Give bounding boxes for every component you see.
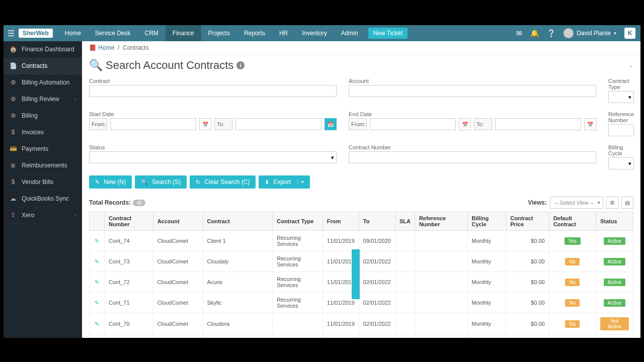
export-button[interactable]: ⬇Export — [259, 175, 310, 189]
nav-home[interactable]: Home — [58, 25, 88, 41]
contract-input[interactable] — [89, 85, 337, 97]
calendar-icon[interactable]: 📅 — [199, 118, 211, 130]
edit-icon[interactable]: ✎ — [90, 272, 105, 293]
sidebar-item-vendor-bills[interactable]: $Vendor Bills — [4, 174, 82, 191]
column-header[interactable]: Status — [596, 212, 633, 231]
menu-toggle[interactable]: ☰ — [4, 29, 19, 38]
sidebar-label: Billing — [22, 112, 38, 119]
column-header[interactable]: Reference Number — [415, 212, 467, 231]
cell-price: $0.00 — [506, 293, 549, 313]
sidebar-label: Vendor Bills — [22, 178, 53, 186]
nav-reports[interactable]: Reports — [237, 25, 272, 41]
nav-projects[interactable]: Projects — [201, 25, 237, 41]
sidebar-item-invoices[interactable]: $Invoices — [4, 124, 82, 141]
collapse-icon[interactable]: ⌄ — [628, 62, 633, 69]
cell-account: CloudComet — [153, 251, 203, 272]
column-header[interactable]: Contract Price — [506, 212, 549, 231]
cell-sla — [395, 272, 415, 293]
contract-type-select[interactable]: ▾ — [608, 91, 634, 103]
refresh-icon: ↻ — [196, 179, 200, 186]
nav-hr[interactable]: HR — [272, 25, 295, 41]
cell-ref — [415, 251, 467, 272]
nav-finance[interactable]: Finance — [166, 25, 201, 41]
calendar-icon[interactable]: 📅 — [325, 118, 337, 130]
new-button[interactable]: ✎New (N) — [89, 175, 132, 189]
edit-icon[interactable]: ✎ — [90, 293, 105, 313]
view-select[interactable]: -- Select View -- — [550, 197, 603, 209]
cell-default: Yes — [549, 231, 596, 251]
columns-icon[interactable]: ▤ — [621, 197, 633, 209]
cell-cycle: Monthly — [467, 313, 506, 335]
cell-number: Cont_71 — [105, 293, 153, 313]
column-header[interactable]: Billing Cycle — [467, 212, 506, 231]
info-icon[interactable]: i — [236, 61, 245, 69]
sidebar-label: Finance Dashboard — [22, 46, 74, 53]
sidebar-item-payments[interactable]: 💳Payments — [4, 141, 82, 157]
bell-icon[interactable]: 🔔 — [530, 29, 539, 37]
cell-number: Cont_73 — [105, 251, 153, 272]
column-header[interactable]: Default Contract — [549, 212, 596, 231]
sidebar-item-billing[interactable]: ⚙Billing — [4, 108, 82, 124]
column-header[interactable]: Account — [153, 212, 203, 231]
column-header[interactable]: Contract — [203, 212, 273, 231]
calendar-icon[interactable]: 📅 — [584, 118, 596, 130]
clear-button[interactable]: ↻Clear Search (C) — [190, 175, 256, 189]
column-header[interactable]: From — [323, 212, 359, 231]
new-ticket-button[interactable]: New Ticket — [368, 28, 408, 39]
k-button[interactable]: K — [624, 28, 635, 39]
column-header[interactable]: Contract Number — [105, 212, 153, 231]
cell-price: $0.00 — [506, 272, 549, 293]
search-icon: 🔍 — [89, 59, 103, 72]
main-content: 📕 Home / Contracts 🔍 Search Account Cont… — [82, 41, 640, 338]
nav-inventory[interactable]: Inventory — [295, 25, 334, 41]
reference-input[interactable] — [608, 124, 634, 136]
nav-service-desk[interactable]: Service Desk — [88, 25, 138, 41]
help-icon[interactable]: ❔ — [547, 29, 555, 37]
cell-type: Recurring Services — [273, 335, 323, 338]
column-header[interactable]: To — [359, 212, 395, 231]
account-input[interactable] — [349, 85, 596, 97]
edit-icon[interactable]: ✎ — [90, 251, 105, 272]
logo[interactable]: SherWeb — [19, 29, 53, 38]
sidebar: 🏠Finance Dashboard📄Contracts⚙Billing Aut… — [4, 41, 82, 338]
search-button[interactable]: 🔍Search (S) — [135, 175, 187, 189]
cell-status: Not Active — [596, 313, 633, 335]
column-header[interactable]: SLA — [395, 212, 415, 231]
sidebar-item-finance-dashboard[interactable]: 🏠Finance Dashboard — [4, 41, 82, 58]
edit-icon[interactable]: ✎ — [90, 313, 105, 335]
cell-account: CloudComet — [153, 313, 203, 335]
contract-number-input[interactable] — [349, 151, 596, 163]
cell-number: Cont_72 — [105, 272, 153, 293]
start-from-input[interactable] — [110, 118, 196, 130]
cell-sla — [395, 231, 415, 251]
edit-icon[interactable]: ✎ — [90, 231, 105, 251]
cell-to: 09/01/2020 — [359, 231, 395, 251]
sidebar-icon: ⇪ — [10, 212, 17, 219]
start-to-input[interactable] — [235, 118, 321, 130]
end-to-input[interactable] — [495, 118, 581, 130]
cell-to: 11/01/2022 — [359, 335, 395, 338]
breadcrumb-home[interactable]: Home — [98, 44, 114, 51]
sidebar-item-xero[interactable]: ⇪Xero‹ — [4, 207, 82, 224]
sidebar-item-contracts[interactable]: 📄Contracts — [4, 58, 82, 74]
status-select[interactable]: ▾ — [89, 151, 337, 163]
end-from-input[interactable] — [370, 118, 456, 130]
sidebar-icon: 💳 — [10, 145, 17, 152]
column-header[interactable]: Contract Type — [273, 212, 323, 231]
cell-from: 11/01/2019 — [323, 231, 359, 251]
column-header[interactable] — [90, 212, 105, 231]
mail-icon[interactable]: ✉ — [516, 29, 522, 37]
billing-cycle-select[interactable]: ▾ — [608, 157, 634, 169]
sidebar-item-billing-automation[interactable]: ⚙Billing Automation — [4, 74, 82, 91]
nav-crm[interactable]: CRM — [138, 25, 166, 41]
nav-admin[interactable]: Admin — [334, 25, 365, 41]
user-menu[interactable]: David Plante ▾ — [564, 28, 616, 38]
sidebar-item-quickbooks-sync[interactable]: ☁QuickBooks Sync — [4, 191, 82, 207]
cell-type — [273, 313, 323, 335]
sidebar-item-billing-review[interactable]: ⚙Billing Review‹ — [4, 91, 82, 108]
settings-icon[interactable]: ⚙ — [606, 197, 618, 209]
calendar-icon[interactable]: 📅 — [459, 118, 471, 130]
edit-icon[interactable]: ✎ — [90, 335, 105, 338]
cell-type: Recurring Services — [273, 272, 323, 293]
sidebar-item-reimbursements[interactable]: ≣Reimbursements — [4, 157, 82, 174]
